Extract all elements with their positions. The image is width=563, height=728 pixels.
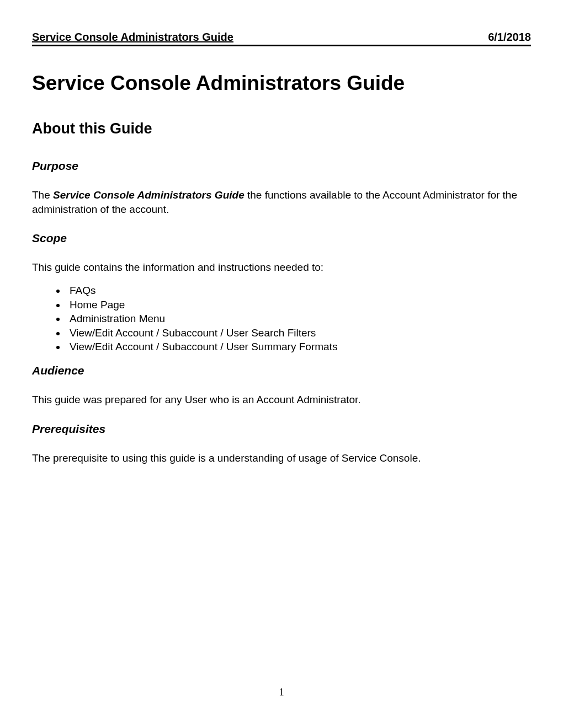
prerequisites-paragraph: The prerequisite to using this guide is …	[32, 451, 531, 465]
page-number: 1	[0, 686, 563, 698]
scope-list: FAQs Home Page Administration Menu View/…	[66, 283, 531, 354]
list-item: Home Page	[66, 298, 531, 312]
prerequisites-heading: Prerequisites	[32, 422, 531, 436]
list-item: View/Edit Account / Subaccount / User Se…	[66, 326, 531, 340]
purpose-bold-italic: Service Console Administrators Guide	[53, 189, 245, 201]
scope-heading: Scope	[32, 232, 531, 245]
about-heading: About this Guide	[32, 120, 531, 137]
document-title: Service Console Administrators Guide	[32, 72, 531, 95]
list-item: View/Edit Account / Subaccount / User Su…	[66, 340, 531, 354]
purpose-text-before: The	[32, 189, 53, 201]
header-title: Service Console Administrators Guide	[32, 31, 233, 44]
page-header: Service Console Administrators Guide 6/1…	[32, 31, 531, 46]
list-item: FAQs	[66, 283, 531, 298]
scope-intro: This guide contains the information and …	[32, 260, 531, 275]
purpose-paragraph: The Service Console Administrators Guide…	[32, 188, 531, 216]
purpose-heading: Purpose	[32, 159, 531, 173]
audience-paragraph: This guide was prepared for any User who…	[32, 393, 531, 407]
audience-heading: Audience	[32, 364, 531, 377]
header-date: 6/1/2018	[488, 31, 531, 44]
list-item: Administration Menu	[66, 312, 531, 326]
